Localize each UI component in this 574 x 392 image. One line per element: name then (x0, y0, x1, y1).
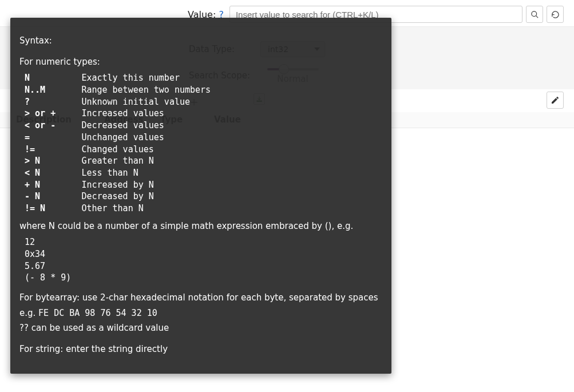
tooltip-numeric-intro: For numeric types: (19, 56, 382, 68)
svg-line-1 (536, 15, 538, 18)
tooltip-bytearray-wildcard: ?? can be used as a wildcard value (19, 322, 382, 334)
tooltip-syntax-table: N Exactly this number N..M Range between… (19, 72, 382, 214)
syntax-tooltip: Syntax: For numeric types: N Exactly thi… (10, 18, 391, 374)
tooltip-title: Syntax: (19, 35, 382, 47)
refresh-icon (551, 10, 560, 19)
svg-point-0 (531, 11, 536, 16)
tooltip-bytearray-line: For bytearray: use 2-char hexadecimal no… (19, 292, 382, 304)
tooltip-string-line: For string: enter the string directly (19, 343, 382, 355)
refresh-button[interactable] (547, 6, 564, 23)
tooltip-bytearray-eg: e.g. FE DC BA 98 76 54 32 10 (19, 307, 382, 319)
pencil-icon (551, 96, 560, 105)
tooltip-where-text: where N could be a number of a simple ma… (19, 220, 382, 232)
search-button[interactable] (526, 6, 543, 23)
edit-button[interactable] (547, 92, 564, 109)
search-icon (531, 10, 539, 19)
tooltip-examples: 12 0x34 5.67 (- 8 * 9) (19, 236, 382, 284)
